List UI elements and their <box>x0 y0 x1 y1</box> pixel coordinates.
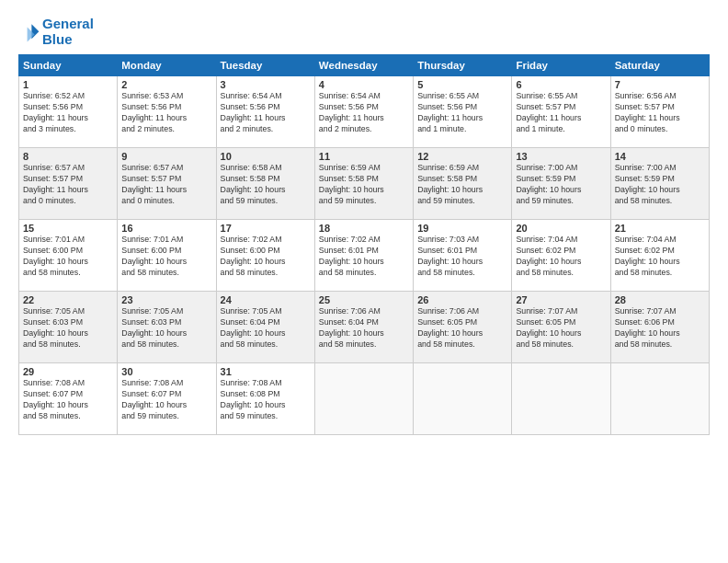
day-info: Sunrise: 7:08 AM Sunset: 6:07 PM Dayligh… <box>121 378 211 422</box>
col-monday: Monday <box>118 55 216 76</box>
day-cell: 20Sunrise: 7:04 AM Sunset: 6:02 PM Dayli… <box>512 220 610 292</box>
day-cell: 19Sunrise: 7:03 AM Sunset: 6:01 PM Dayli… <box>414 220 512 292</box>
day-cell: 17Sunrise: 7:02 AM Sunset: 6:00 PM Dayli… <box>216 220 314 292</box>
day-info: Sunrise: 6:57 AM Sunset: 5:57 PM Dayligh… <box>121 163 211 207</box>
day-number: 19 <box>417 223 507 234</box>
day-cell: 10Sunrise: 6:58 AM Sunset: 5:58 PM Dayli… <box>216 148 314 220</box>
day-info: Sunrise: 6:53 AM Sunset: 5:56 PM Dayligh… <box>121 91 211 135</box>
col-tuesday: Tuesday <box>216 55 314 76</box>
day-info: Sunrise: 7:06 AM Sunset: 6:05 PM Dayligh… <box>417 306 507 350</box>
day-info: Sunrise: 7:07 AM Sunset: 6:05 PM Dayligh… <box>516 306 606 350</box>
day-cell: 7Sunrise: 6:56 AM Sunset: 5:57 PM Daylig… <box>610 76 709 148</box>
header-row: Sunday Monday Tuesday Wednesday Thursday… <box>19 55 710 76</box>
day-cell: 13Sunrise: 7:00 AM Sunset: 5:59 PM Dayli… <box>512 148 610 220</box>
day-info: Sunrise: 7:05 AM Sunset: 6:03 PM Dayligh… <box>23 306 113 350</box>
day-cell <box>314 363 413 435</box>
day-cell: 11Sunrise: 6:59 AM Sunset: 5:58 PM Dayli… <box>314 148 413 220</box>
svg-marker-0 <box>31 24 39 39</box>
day-info: Sunrise: 6:58 AM Sunset: 5:58 PM Dayligh… <box>221 163 311 207</box>
calendar-table: Sunday Monday Tuesday Wednesday Thursday… <box>18 54 710 435</box>
day-cell: 5Sunrise: 6:55 AM Sunset: 5:56 PM Daylig… <box>414 76 512 148</box>
day-info: Sunrise: 7:05 AM Sunset: 6:03 PM Dayligh… <box>121 306 211 350</box>
day-number: 27 <box>516 294 606 305</box>
day-number: 2 <box>121 79 211 90</box>
day-number: 20 <box>516 223 606 234</box>
day-cell: 16Sunrise: 7:01 AM Sunset: 6:00 PM Dayli… <box>118 220 216 292</box>
day-cell: 25Sunrise: 7:06 AM Sunset: 6:04 PM Dayli… <box>314 292 413 363</box>
day-number: 16 <box>121 223 211 234</box>
day-number: 5 <box>417 79 507 90</box>
day-number: 18 <box>319 223 409 234</box>
day-number: 31 <box>221 366 311 377</box>
col-wednesday: Wednesday <box>314 55 413 76</box>
day-cell: 28Sunrise: 7:07 AM Sunset: 6:06 PM Dayli… <box>610 292 709 363</box>
day-number: 22 <box>23 294 113 305</box>
day-number: 13 <box>516 151 606 162</box>
day-number: 25 <box>319 294 409 305</box>
day-info: Sunrise: 7:01 AM Sunset: 6:00 PM Dayligh… <box>23 235 113 279</box>
day-info: Sunrise: 7:05 AM Sunset: 6:04 PM Dayligh… <box>221 306 311 350</box>
day-info: Sunrise: 7:06 AM Sunset: 6:04 PM Dayligh… <box>319 306 409 350</box>
day-info: Sunrise: 7:00 AM Sunset: 5:59 PM Dayligh… <box>615 163 705 207</box>
week-row-5: 29Sunrise: 7:08 AM Sunset: 6:07 PM Dayli… <box>19 363 710 435</box>
day-cell: 3Sunrise: 6:54 AM Sunset: 5:56 PM Daylig… <box>216 76 314 148</box>
col-thursday: Thursday <box>414 55 512 76</box>
day-number: 3 <box>221 79 311 90</box>
day-cell <box>512 363 610 435</box>
week-row-2: 8Sunrise: 6:57 AM Sunset: 5:57 PM Daylig… <box>19 148 710 220</box>
day-info: Sunrise: 6:52 AM Sunset: 5:56 PM Dayligh… <box>23 91 113 135</box>
day-info: Sunrise: 7:04 AM Sunset: 6:02 PM Dayligh… <box>516 235 606 279</box>
day-number: 8 <box>23 151 113 162</box>
day-cell: 29Sunrise: 7:08 AM Sunset: 6:07 PM Dayli… <box>19 363 118 435</box>
day-cell: 1Sunrise: 6:52 AM Sunset: 5:56 PM Daylig… <box>19 76 118 148</box>
day-number: 24 <box>221 294 311 305</box>
col-saturday: Saturday <box>610 55 709 76</box>
col-sunday: Sunday <box>19 55 118 76</box>
day-cell: 14Sunrise: 7:00 AM Sunset: 5:59 PM Dayli… <box>610 148 709 220</box>
day-info: Sunrise: 7:08 AM Sunset: 6:07 PM Dayligh… <box>23 378 113 422</box>
day-cell: 6Sunrise: 6:55 AM Sunset: 5:57 PM Daylig… <box>512 76 610 148</box>
header: General Blue <box>18 17 710 47</box>
day-info: Sunrise: 7:03 AM Sunset: 6:01 PM Dayligh… <box>417 235 507 279</box>
day-info: Sunrise: 7:04 AM Sunset: 6:02 PM Dayligh… <box>615 235 705 279</box>
day-cell: 21Sunrise: 7:04 AM Sunset: 6:02 PM Dayli… <box>610 220 709 292</box>
day-cell: 31Sunrise: 7:08 AM Sunset: 6:08 PM Dayli… <box>216 363 314 435</box>
day-cell: 22Sunrise: 7:05 AM Sunset: 6:03 PM Dayli… <box>19 292 118 363</box>
day-number: 15 <box>23 223 113 234</box>
day-cell: 8Sunrise: 6:57 AM Sunset: 5:57 PM Daylig… <box>19 148 118 220</box>
logo-text: General Blue <box>42 17 94 47</box>
day-info: Sunrise: 7:02 AM Sunset: 6:01 PM Dayligh… <box>319 235 409 279</box>
day-info: Sunrise: 6:54 AM Sunset: 5:56 PM Dayligh… <box>221 91 311 135</box>
day-info: Sunrise: 6:59 AM Sunset: 5:58 PM Dayligh… <box>319 163 409 207</box>
day-cell: 23Sunrise: 7:05 AM Sunset: 6:03 PM Dayli… <box>118 292 216 363</box>
day-number: 12 <box>417 151 507 162</box>
day-cell <box>610 363 709 435</box>
day-number: 4 <box>319 79 409 90</box>
day-info: Sunrise: 7:07 AM Sunset: 6:06 PM Dayligh… <box>615 306 705 350</box>
day-number: 11 <box>319 151 409 162</box>
calendar-page: General Blue Sunday Monday Tuesday Wedne… <box>0 0 728 563</box>
day-cell: 18Sunrise: 7:02 AM Sunset: 6:01 PM Dayli… <box>314 220 413 292</box>
day-cell: 4Sunrise: 6:54 AM Sunset: 5:56 PM Daylig… <box>314 76 413 148</box>
day-info: Sunrise: 6:59 AM Sunset: 5:58 PM Dayligh… <box>417 163 507 207</box>
day-info: Sunrise: 6:56 AM Sunset: 5:57 PM Dayligh… <box>615 91 705 135</box>
day-info: Sunrise: 7:00 AM Sunset: 5:59 PM Dayligh… <box>516 163 606 207</box>
day-info: Sunrise: 7:08 AM Sunset: 6:08 PM Dayligh… <box>221 378 311 422</box>
day-info: Sunrise: 6:55 AM Sunset: 5:57 PM Dayligh… <box>516 91 606 135</box>
week-row-3: 15Sunrise: 7:01 AM Sunset: 6:00 PM Dayli… <box>19 220 710 292</box>
day-number: 10 <box>221 151 311 162</box>
day-number: 9 <box>121 151 211 162</box>
day-cell: 26Sunrise: 7:06 AM Sunset: 6:05 PM Dayli… <box>414 292 512 363</box>
day-number: 17 <box>221 223 311 234</box>
day-info: Sunrise: 6:54 AM Sunset: 5:56 PM Dayligh… <box>319 91 409 135</box>
day-cell: 15Sunrise: 7:01 AM Sunset: 6:00 PM Dayli… <box>19 220 118 292</box>
week-row-4: 22Sunrise: 7:05 AM Sunset: 6:03 PM Dayli… <box>19 292 710 363</box>
logo: General Blue <box>18 17 94 47</box>
day-number: 1 <box>23 79 113 90</box>
day-number: 21 <box>615 223 705 234</box>
col-friday: Friday <box>512 55 610 76</box>
day-number: 23 <box>121 294 211 305</box>
day-cell: 2Sunrise: 6:53 AM Sunset: 5:56 PM Daylig… <box>118 76 216 148</box>
day-cell <box>414 363 512 435</box>
day-cell: 9Sunrise: 6:57 AM Sunset: 5:57 PM Daylig… <box>118 148 216 220</box>
